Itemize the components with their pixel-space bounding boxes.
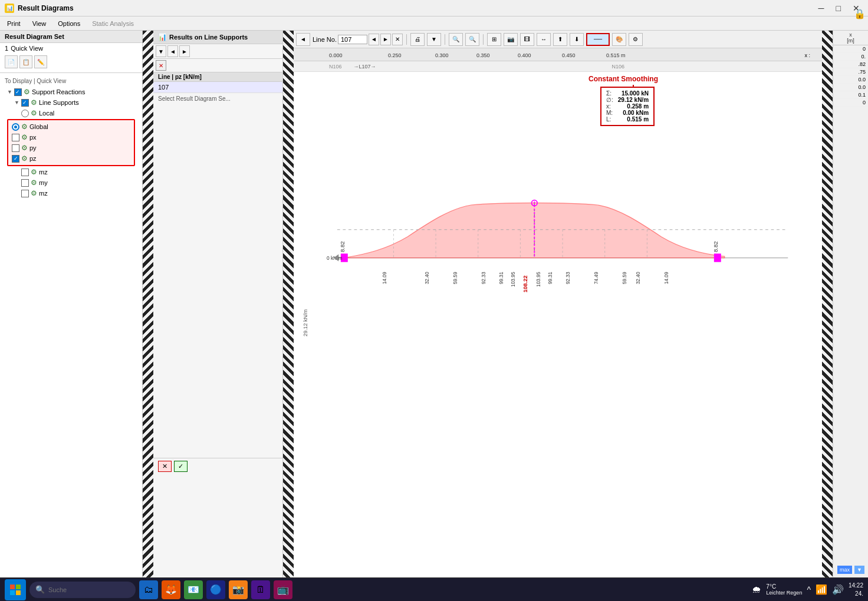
middle-toolbar-2: ✕ (153, 59, 282, 72)
color-btn[interactable]: 🎨 (612, 33, 626, 46)
ruler-300: 0.300 (435, 52, 449, 58)
toolbar-back-btn[interactable]: ◄ (296, 33, 310, 46)
confirm-btn[interactable]: ✓ (174, 461, 188, 472)
settings-btn[interactable]: ⚙ (629, 33, 643, 46)
val-14-09-l: 14.09 (382, 272, 387, 284)
smoothing-btn[interactable]: ── (586, 33, 610, 46)
taskbar-app-4[interactable]: 🔵 (206, 580, 225, 599)
menu-print[interactable]: Print (5, 19, 23, 28)
tree-my[interactable]: ⚙ my (5, 177, 137, 188)
camera-btn[interactable]: 📷 (504, 33, 518, 46)
local-icon: ⚙ (31, 109, 37, 117)
new-button[interactable]: 📄 (5, 55, 18, 68)
network-icon[interactable]: 📶 (816, 584, 827, 595)
zigzag-right (822, 31, 833, 577)
nav-next-btn[interactable]: ► (179, 45, 190, 57)
taskbar-app-2[interactable]: 🦊 (162, 580, 180, 599)
tree-px[interactable]: ⚙ px (9, 132, 133, 143)
taskbar-app-3[interactable]: 📧 (184, 580, 203, 599)
px-label: px (29, 134, 37, 141)
val-8-82-left: 8.82 (339, 241, 346, 252)
line-supports-checkbox[interactable] (21, 99, 29, 107)
search-input[interactable] (48, 586, 119, 593)
maximize-button[interactable]: □ (833, 2, 844, 14)
taskbar-app-6[interactable]: 🗓 (251, 580, 270, 599)
node-marker-right (714, 253, 721, 262)
max-button[interactable]: max (837, 566, 852, 574)
mz2-checkbox[interactable] (21, 190, 29, 197)
temperature: 7°C (766, 583, 802, 590)
scale-down-btn[interactable]: ⬇ (570, 33, 584, 46)
taskbar-app-5[interactable]: 📸 (229, 580, 248, 599)
menu-options[interactable]: Options (55, 19, 83, 28)
line-nav-right[interactable]: ► (380, 34, 391, 45)
middle-toolbar: ▼ ◄ ► (153, 44, 282, 59)
sep-1 (406, 34, 407, 45)
lock-icon[interactable]: 🔒 (851, 6, 868, 22)
max-button-2[interactable]: ▼ (854, 566, 864, 574)
camera2-btn[interactable]: 🎞 (520, 33, 534, 46)
val-99-31-l: 99.31 (498, 272, 504, 284)
tooltip-sigma-value: 15.000 kN (622, 90, 649, 97)
taskbar-search[interactable]: 🔍 (29, 582, 136, 598)
start-button[interactable] (5, 579, 26, 600)
minimize-button[interactable]: ─ (815, 2, 828, 14)
sep-2 (445, 34, 445, 45)
tree-mz2[interactable]: ⚙ mz (5, 188, 137, 199)
nav-down-btn[interactable]: ▼ (156, 45, 166, 57)
ruler: 0.000 0.250 0.300 0.350 0.400 0.450 0.51… (294, 48, 822, 61)
chevron-up-icon[interactable]: ^ (807, 585, 811, 595)
tree-global[interactable]: ⚙ Global (9, 121, 133, 132)
edit-button[interactable]: ✏️ (34, 55, 47, 68)
title-bar-left: 📊 Result Diagrams (5, 4, 74, 13)
menu-bar: Print View Options Static Analysis (0, 16, 868, 31)
tree-support-reactions[interactable]: ▼ ⚙ Support Reactions (5, 87, 137, 97)
menu-view[interactable]: View (30, 19, 49, 28)
mz-icon: ⚙ (31, 168, 37, 176)
title-bar: 📊 Result Diagrams ─ □ ✕ (0, 0, 868, 16)
px-checkbox[interactable] (12, 134, 19, 141)
tree-mz[interactable]: ⚙ mz (5, 167, 137, 177)
mz-checkbox[interactable] (21, 169, 29, 176)
middle-header-text: Results on Line Supports (169, 34, 248, 41)
svg-rect-11 (10, 585, 15, 589)
tooltip-row-m: M: 0.00 kNm (606, 110, 649, 116)
pz-label: pz (29, 155, 37, 162)
speaker-icon[interactable]: 🔊 (832, 584, 844, 595)
line-nav-x[interactable]: ✕ (392, 34, 403, 45)
support-reactions-checkbox[interactable] (14, 88, 22, 96)
local-radio[interactable] (21, 110, 29, 117)
line-label-bar: N106 →L107→ N106 (294, 61, 822, 72)
taskbar-app-1[interactable]: 🗂 (139, 580, 158, 599)
val-103-95-r: 103.95 (535, 272, 541, 287)
line-no-input[interactable] (338, 35, 367, 44)
tooltip-l-value: 0.515 m (627, 116, 649, 123)
move-btn[interactable]: ↔ (537, 33, 551, 46)
my-icon: ⚙ (31, 179, 37, 187)
tree-pz[interactable]: ⚙ pz (9, 153, 133, 164)
tree-py[interactable]: ⚙ py (9, 143, 133, 153)
tree-local[interactable]: ⚙ Local (5, 108, 137, 118)
taskbar-app-7[interactable]: 📺 (274, 580, 292, 599)
global-radio[interactable] (12, 123, 19, 131)
nav-prev-btn[interactable]: ◄ (167, 45, 178, 57)
line-item[interactable]: 107 (153, 82, 282, 93)
tree-line-supports[interactable]: ▼ ⚙ Line Supports (5, 97, 137, 108)
app-icon: 📊 (5, 4, 14, 13)
to-display-label: To Display | Quick View (5, 78, 137, 84)
zoom-in-btn[interactable]: 🔍 (465, 33, 479, 46)
print-options-btn[interactable]: ▼ (427, 33, 441, 46)
print-btn[interactable]: 🖨 (410, 33, 425, 46)
zoom-out-btn[interactable]: 🔍 (449, 33, 463, 46)
fit-btn[interactable]: ⊞ (487, 33, 501, 46)
weather-icon: 🌧 (752, 585, 761, 595)
py-checkbox[interactable] (12, 144, 19, 152)
delete-results-btn[interactable]: ✕ (158, 461, 172, 472)
copy-button[interactable]: 📋 (19, 55, 32, 68)
line-nav-left[interactable]: ◄ (369, 34, 379, 45)
scale-up-btn[interactable]: ⬆ (553, 33, 567, 46)
pz-checkbox[interactable] (12, 155, 19, 163)
val-103-95-l: 103.95 (510, 272, 516, 287)
my-checkbox[interactable] (21, 179, 29, 187)
middle-close-btn[interactable]: ✕ (156, 60, 166, 71)
